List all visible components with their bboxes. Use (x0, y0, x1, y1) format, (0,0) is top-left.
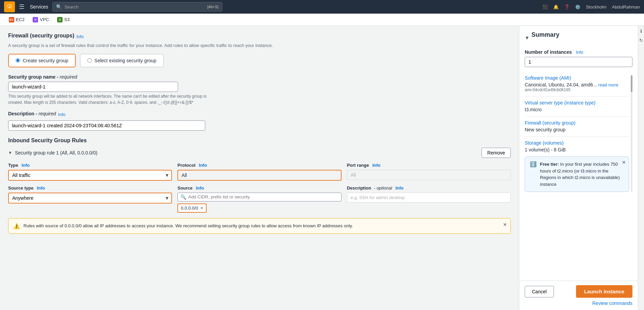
portrange-info-link[interactable]: Info (372, 163, 381, 168)
search-bar[interactable]: 🔍 [Alt+S] (52, 2, 222, 12)
instances-info-link[interactable]: Info (576, 50, 583, 55)
terminal-icon[interactable]: ⬛ (542, 4, 548, 10)
ec2-icon: EC (9, 17, 14, 22)
portrange-input (347, 170, 511, 180)
vserver-value: t3.micro (525, 107, 629, 112)
services-menu[interactable]: Services (30, 4, 48, 10)
rule-label: Security group rule 1 (All, All, 0.0.0.0… (15, 150, 98, 156)
warning-text: Rules with source of 0.0.0.0/0 allow all… (23, 223, 506, 229)
bell-icon[interactable]: 🔔 (553, 4, 559, 10)
warning-banner: ⚠️ Rules with source of 0.0.0.0/0 allow … (8, 218, 511, 234)
warning-close-button[interactable]: ✕ (503, 222, 507, 227)
free-tier-icon: ℹ️ (530, 161, 537, 167)
aws-logo (4, 1, 15, 12)
side-refresh-icon[interactable]: ↻ (639, 38, 643, 43)
cidr-remove-icon[interactable]: ✕ (200, 206, 203, 210)
firewall-description: A security group is a set of firewall ru… (8, 42, 511, 49)
type-column: Type Info All traffic ▼ (8, 163, 172, 181)
cidr-tag[interactable]: 0.0.0.0/0 ✕ (177, 203, 207, 213)
chevron-down-icon: ▼ (8, 150, 12, 155)
source-info-link[interactable]: Info (196, 185, 204, 191)
storage-field: Storage (volumes) 1 volume(s) - 8 GiB (525, 140, 629, 152)
ami-value: Canonical, Ubuntu, 24.04, amd6... read m… (525, 82, 629, 87)
search-shortcut: [Alt+S] (207, 5, 219, 9)
radio-create-security-group[interactable]: Create security group (8, 54, 76, 67)
firewall-section-title: Firewall (security groups) (8, 33, 74, 39)
radio-create-input[interactable] (16, 58, 20, 63)
rule-collapse-header: ▼ Security group rule 1 (All, All, 0.0.0… (8, 148, 511, 158)
summary-chevron: ▼ (525, 35, 529, 40)
help-icon[interactable]: ❓ (564, 4, 570, 10)
vserver-label[interactable]: Virtual server type (instance type) (525, 100, 629, 105)
desc-info-link[interactable]: Info (58, 112, 66, 117)
source-label: Source Info (177, 185, 341, 191)
desc-optional-input[interactable] (347, 193, 511, 202)
hamburger-icon[interactable]: ☰ (19, 3, 24, 11)
settings-icon[interactable]: ⚙️ (575, 4, 580, 10)
type-select[interactable]: All traffic (8, 170, 172, 181)
warning-icon: ⚠️ (13, 223, 20, 229)
radio-select-security-group[interactable]: Select existing security group (80, 54, 164, 67)
launch-instance-button[interactable]: Launch instance (576, 285, 632, 298)
side-info-icon[interactable]: ℹ (640, 29, 642, 34)
ec2-label: EC2 (16, 17, 24, 22)
vpc-icon: V (33, 17, 38, 22)
desc-optional-column: Description - optional Info (347, 185, 511, 213)
protocol-input (177, 170, 341, 181)
firewall-info-link[interactable]: Info (76, 34, 84, 39)
sidebar-item-vpc[interactable]: V VPC (29, 16, 52, 24)
rule-collapse-left[interactable]: ▼ Security group rule 1 (All, All, 0.0.0… (8, 150, 98, 156)
sidebar-item-s3[interactable]: S S3 (54, 16, 73, 24)
summary-divider-2 (525, 116, 629, 117)
search-input[interactable] (65, 4, 205, 10)
portrange-column: Port range Info (347, 163, 511, 181)
ami-label[interactable]: Software Image (AMI) (525, 75, 629, 81)
region-selector[interactable]: Stockholm (586, 4, 607, 10)
ami-id: ami-04cdc91e49cb06165 (525, 87, 629, 92)
source-column: Source Info 🔍 0.0.0.0/0 ✕ (177, 185, 341, 213)
rule-columns-row1: Type Info All traffic ▼ Protocol Info (8, 163, 511, 181)
radio-select-input[interactable] (87, 58, 92, 63)
top-navigation: ☰ Services 🔍 [Alt+S] ⬛ 🔔 ❓ ⚙️ Stockholm … (0, 0, 644, 14)
security-group-desc-input[interactable] (8, 120, 205, 131)
sidebar-item-ec2[interactable]: EC EC2 (5, 16, 28, 24)
sourcetype-select[interactable]: Anywhere (8, 193, 172, 203)
left-panel: Firewall (security groups) Info A securi… (0, 26, 519, 310)
portrange-label: Port range Info (347, 163, 511, 168)
type-info-link[interactable]: Info (21, 163, 30, 168)
nav-right: ⬛ 🔔 ❓ ⚙️ Stockholm AbdulRahman (542, 4, 640, 10)
summary-scroll-area: Software Image (AMI) Canonical, Ubuntu, … (525, 75, 632, 192)
source-search-input[interactable] (188, 194, 338, 199)
source-search-box[interactable]: 🔍 (177, 193, 341, 201)
cancel-button[interactable]: Cancel (525, 286, 554, 297)
summary-divider-1 (525, 96, 629, 97)
type-label: Type Info (8, 163, 172, 168)
radio-select-label: Select existing security group (94, 58, 156, 63)
security-group-name-input[interactable] (8, 82, 178, 92)
sourcetype-select-wrapper: Anywhere ▼ (8, 193, 172, 203)
firewall-summary-label[interactable]: Firewall (security group) (525, 120, 629, 126)
search-icon: 🔍 (56, 4, 62, 10)
vserver-field: Virtual server type (instance type) t3.m… (525, 100, 629, 112)
user-menu[interactable]: AbdulRahman (612, 4, 640, 10)
vpc-label: VPC (40, 17, 49, 22)
source-search-icon: 🔍 (180, 194, 186, 200)
ami-field: Software Image (AMI) Canonical, Ubuntu, … (525, 75, 629, 92)
scroll-thumb[interactable] (631, 75, 632, 92)
protocol-column: Protocol Info (177, 163, 341, 181)
summary-bottom-bar: Cancel Launch instance Review commands (519, 281, 638, 310)
desc-optional-info-link[interactable]: Info (396, 185, 404, 191)
remove-rule-button[interactable]: Remove (482, 148, 511, 158)
instances-input[interactable] (525, 57, 632, 67)
sourcetype-info-link[interactable]: Info (37, 185, 45, 191)
protocol-info-link[interactable]: Info (199, 163, 207, 168)
firewall-summary-value: New security group (525, 127, 629, 132)
service-bar: EC EC2 V VPC S S3 (0, 14, 644, 26)
s3-icon: S (57, 17, 63, 22)
storage-value: 1 volume(s) - 8 GiB (525, 147, 629, 152)
firewall-summary-field: Firewall (security group) New security g… (525, 120, 629, 132)
read-more-link[interactable]: read more (598, 82, 618, 87)
free-tier-close-button[interactable]: ✕ (622, 160, 626, 165)
review-commands-link[interactable]: Review commands (525, 300, 632, 306)
storage-label[interactable]: Storage (volumes) (525, 140, 629, 146)
